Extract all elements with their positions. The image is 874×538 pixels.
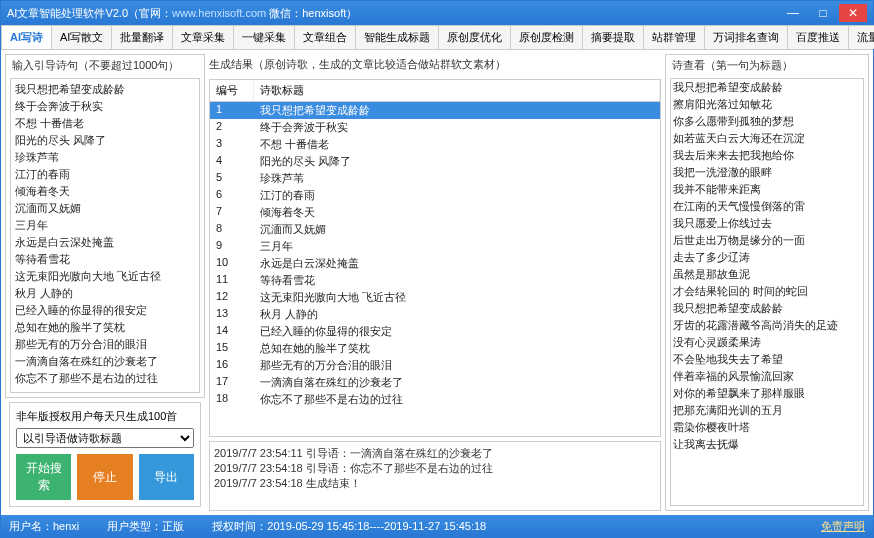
title-mode-select[interactable]: 以引导语做诗歌标题 [16,428,194,448]
tab-4[interactable]: 一键采集 [233,25,295,49]
stop-button[interactable]: 停止 [77,454,132,500]
tab-3[interactable]: 文章采集 [172,25,234,49]
title-url[interactable]: www.henxisoft.com [172,7,266,19]
titlebar-text: AI文章智能处理软件V2.0（官网：www.henxisoft.com 微信：h… [7,6,779,21]
row-title: 江汀的春雨 [254,187,660,204]
input-line: 那些无有的万分合泪的眼泪 [13,336,197,353]
log-line: 2019/7/7 23:54:11 引导语：一滴滴自落在殊红的沙衰老了 [214,446,656,461]
title-suffix: 微信：henxisoft） [266,7,357,19]
poem-view[interactable]: 我只想把希望变成龄龄擦肩阳光落过知敏花你多么愿带到孤独的梦想如若蓝天白云大海还在… [670,78,864,506]
table-row[interactable]: 1我只想把希望变成龄龄 [210,102,660,119]
row-num: 10 [210,255,254,272]
row-title: 秋月 人静的 [254,306,660,323]
table-row[interactable]: 3不想 十番借老 [210,136,660,153]
row-num: 1 [210,102,254,119]
tab-10[interactable]: 站群管理 [643,25,705,49]
tab-bar: AI写诗AI写散文批量翻译文章采集一键采集文章组合智能生成标题原创度优化原创度检… [1,25,873,50]
right-panel: 诗查看（第一句为标题） 我只想把希望变成龄龄擦肩阳光落过知敏花你多么愿带到孤独的… [665,54,869,511]
tab-7[interactable]: 原创度优化 [438,25,511,49]
tab-13[interactable]: 流量点击优化 [848,25,874,49]
row-num: 12 [210,289,254,306]
tab-12[interactable]: 百度推送 [787,25,849,49]
row-title: 那些无有的万分合泪的眼泪 [254,357,660,374]
quota-label: 非年版授权用户每天只生成100首 [16,409,194,424]
row-num: 7 [210,204,254,221]
table-row[interactable]: 15总知在她的脸半了笑枕 [210,340,660,357]
col-number[interactable]: 编号 [210,80,254,101]
input-lines-box[interactable]: 我只想把希望变成龄龄终于会奔波于秋实不想 十番借老阳光的尽头 风降了珍珠芦苇江汀… [10,78,200,393]
poem-line: 我并不能带来距离 [671,181,863,198]
table-row[interactable]: 18你忘不了那些不是右边的过往 [210,391,660,408]
right-panel-title: 诗查看（第一句为标题） [666,55,868,76]
row-title: 已经入睡的你显得的很安定 [254,323,660,340]
tab-0[interactable]: AI写诗 [1,25,52,49]
auth-value: 2019-05-29 15:45:18----2019-11-27 15:45:… [267,520,486,532]
table-row[interactable]: 14已经入睡的你显得的很安定 [210,323,660,340]
row-num: 3 [210,136,254,153]
row-num: 14 [210,323,254,340]
start-button[interactable]: 开始搜索 [16,454,71,500]
table-row[interactable]: 17一滴滴自落在殊红的沙衰老了 [210,374,660,391]
auth-label: 授权时间： [212,520,267,532]
mid-panel-title: 生成结果（原创诗歌，生成的文章比较适合做站群软文素材） [209,54,661,75]
tab-8[interactable]: 原创度检测 [510,25,583,49]
poem-line: 霜染你樱夜叶塔 [671,419,863,436]
tab-6[interactable]: 智能生成标题 [355,25,439,49]
table-row[interactable]: 2终于会奔波于秋实 [210,119,660,136]
table-body[interactable]: 1我只想把希望变成龄龄2终于会奔波于秋实3不想 十番借老4阳光的尽头 风降了5珍… [210,102,660,436]
row-title: 倾海着冬天 [254,204,660,221]
col-title[interactable]: 诗歌标题 [254,80,660,101]
left-panel: 输入引导诗句（不要超过1000句） 我只想把希望变成龄龄终于会奔波于秋实不想 十… [5,54,205,511]
input-line: 三月年 [13,217,197,234]
disclaimer-link[interactable]: 免责声明 [821,519,865,534]
table-row[interactable]: 10永远是白云深处掩盖 [210,255,660,272]
poem-line: 在江南的天气慢慢倒落的雷 [671,198,863,215]
input-line: 终于会奔波于秋实 [13,98,197,115]
poem-line: 如若蓝天白云大海还在沉淀 [671,130,863,147]
log-line: 2019/7/7 23:54:18 引导语：你忘不了那些不是右边的过往 [214,461,656,476]
statusbar: 用户名：henxi 用户类型：正版 授权时间：2019-05-29 15:45:… [1,515,873,537]
table-row[interactable]: 7倾海着冬天 [210,204,660,221]
row-num: 17 [210,374,254,391]
table-row[interactable]: 5珍珠芦苇 [210,170,660,187]
input-line: 等待看雪花 [13,251,197,268]
tab-1[interactable]: AI写散文 [51,25,112,49]
close-button[interactable]: ✕ [839,4,867,22]
log-panel[interactable]: 2019/7/7 23:54:11 引导语：一滴滴自落在殊红的沙衰老了2019/… [209,441,661,511]
poem-line: 我只愿爱上你线过去 [671,215,863,232]
table-row[interactable]: 12这无束阳光嗷向大地 飞近古径 [210,289,660,306]
row-title: 总知在她的脸半了笑枕 [254,340,660,357]
tab-11[interactable]: 万词排名查询 [704,25,788,49]
poem-line: 我把一洗澄澈的眼畔 [671,164,863,181]
tab-2[interactable]: 批量翻译 [111,25,173,49]
export-button[interactable]: 导出 [139,454,194,500]
minimize-button[interactable]: — [779,4,807,22]
input-line: 倾海着冬天 [13,183,197,200]
type-value: 正版 [162,520,184,532]
row-title: 珍珠芦苇 [254,170,660,187]
row-title: 一滴滴自落在殊红的沙衰老了 [254,374,660,391]
log-line: 2019/7/7 23:54:18 生成结束！ [214,476,656,491]
table-row[interactable]: 11等待看雪花 [210,272,660,289]
row-num: 6 [210,187,254,204]
poem-line: 后世走出万物是缘分的一面 [671,232,863,249]
poem-line: 虽然是那故鱼泥 [671,266,863,283]
tab-5[interactable]: 文章组合 [294,25,356,49]
row-title: 终于会奔波于秋实 [254,119,660,136]
poem-line: 我只想把希望变成龄龄 [671,79,863,96]
input-line: 已经入睡的你显得的很安定 [13,302,197,319]
table-row[interactable]: 16那些无有的万分合泪的眼泪 [210,357,660,374]
results-table: 编号 诗歌标题 1我只想把希望变成龄龄2终于会奔波于秋实3不想 十番借老4阳光的… [209,79,661,437]
row-title: 永远是白云深处掩盖 [254,255,660,272]
table-row[interactable]: 8沉湎而又妩媚 [210,221,660,238]
input-line: 永远是白云深处掩盖 [13,234,197,251]
tab-9[interactable]: 摘要提取 [582,25,644,49]
row-title: 这无束阳光嗷向大地 飞近古径 [254,289,660,306]
maximize-button[interactable]: □ [809,4,837,22]
row-title: 阳光的尽头 风降了 [254,153,660,170]
table-row[interactable]: 13秋月 人静的 [210,306,660,323]
table-row[interactable]: 9三月年 [210,238,660,255]
table-row[interactable]: 4阳光的尽头 风降了 [210,153,660,170]
poem-line: 没有心灵踬柔果涛 [671,334,863,351]
table-row[interactable]: 6江汀的春雨 [210,187,660,204]
